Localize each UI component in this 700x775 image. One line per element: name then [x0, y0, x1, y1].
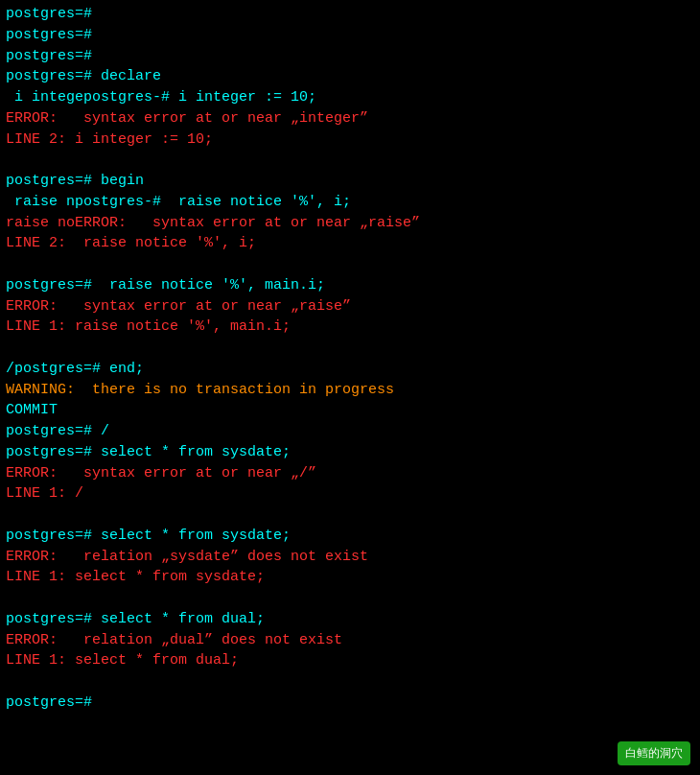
terminal-line: LINE 2: raise notice '%', i; [6, 235, 256, 251]
terminal-line: ERROR: syntax error at or near „integer” [6, 110, 368, 127]
watermark: 白鳕的洞穴 [618, 741, 690, 765]
terminal-line: postgres=# select * from sysdate; [6, 444, 291, 460]
terminal-line: raise npostgres-# raise notice '%', i; [6, 194, 351, 210]
terminal-line: postgres=# raise notice '%', main.i; [6, 277, 325, 294]
terminal-line: ERROR: syntax error at or near „/” [6, 465, 316, 481]
terminal-line: postgres=# [6, 6, 92, 22]
terminal-content: postgres=# postgres=# postgres=# postgre… [6, 4, 694, 714]
terminal-line: ERROR: relation „sysdate” does not exist [6, 549, 368, 565]
terminal-line: ERROR: relation „dual” does not exist [6, 632, 342, 648]
terminal-line: LINE 1: select * from dual; [6, 652, 239, 669]
terminal-line: LINE 2: i integer := 10; [6, 131, 213, 148]
terminal-line: ERROR: syntax error at or near „raise” [6, 298, 351, 315]
terminal-line: LINE 1: / [6, 485, 83, 502]
terminal-line: COMMIT [6, 402, 58, 418]
terminal-line: postgres=# [6, 27, 92, 43]
terminal-line: raise noERROR: syntax error at or near „… [6, 215, 420, 231]
terminal-line: i integepostgres-# i integer := 10; [6, 89, 316, 106]
terminal-line: /postgres=# end; [6, 361, 144, 377]
terminal-line: postgres=# begin [6, 173, 144, 189]
terminal-line: postgres=# / [6, 423, 109, 439]
terminal-line: postgres=# [6, 48, 92, 64]
terminal-line: LINE 1: select * from sysdate; [6, 569, 265, 585]
terminal-line: LINE 1: raise notice '%', main.i; [6, 318, 291, 335]
terminal-line: postgres=# [6, 694, 92, 711]
terminal-line: postgres=# select * from sysdate; [6, 528, 291, 544]
terminal-window: postgres=# postgres=# postgres=# postgre… [0, 0, 700, 775]
terminal-line: WARNING: there is no transaction in prog… [6, 382, 394, 398]
terminal-line: postgres=# declare [6, 68, 161, 84]
terminal-line: postgres=# select * from dual; [6, 611, 265, 627]
